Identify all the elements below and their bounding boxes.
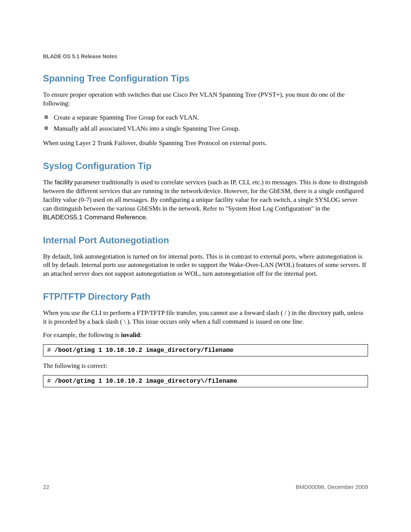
command-text: /boot/gtimg 1 10.10.10.2 image_directory…: [54, 347, 233, 354]
invalid-word: invalid: [121, 331, 140, 339]
ftp-invalid-label: For example, the following is invalid:: [43, 331, 368, 340]
page-container: BLADE OS 5.1 Release Notes Spanning Tree…: [0, 0, 411, 532]
text: .: [146, 214, 147, 221]
spanning-bullets: Create a separate Spanning Tree Group fo…: [43, 113, 368, 134]
text: :: [140, 331, 142, 339]
page-number: 22: [43, 484, 49, 490]
heading-ftp: FTP/TFTP Directory Path: [43, 291, 368, 302]
spanning-intro: To ensure proper operation with switches…: [43, 91, 368, 108]
syslog-paragraph: The facility parameter traditionally is …: [43, 178, 368, 222]
text: For example, the following is: [43, 331, 121, 339]
heading-autoneg: Internal Port Autonegotiation: [43, 235, 368, 246]
heading-syslog: Syslog Configuration Tip: [43, 161, 368, 171]
section-syslog: Syslog Configuration Tip The facility pa…: [43, 161, 368, 222]
text: parameter traditionally is used to corre…: [43, 179, 368, 212]
section-spanning-tree: Spanning Tree Configuration Tips To ensu…: [43, 73, 368, 148]
doc-id: BMD00098, December 2009: [296, 484, 368, 490]
command-text: /boot/gtimg 1 10.10.10.2 image_directory…: [54, 378, 237, 385]
page-footer: 22 BMD00098, December 2009: [43, 484, 368, 490]
ftp-paragraph-1: When you use the CLI to perform a FTP/TF…: [43, 309, 368, 326]
prompt: #: [47, 378, 54, 385]
spanning-outro: When using Layer 2 Trunk Failover, disab…: [43, 139, 368, 148]
section-ftp: FTP/TFTP Directory Path When you use the…: [43, 291, 368, 387]
command-reference: BLADEOS5.1 Command Reference: [43, 214, 146, 221]
code-example-correct: # /boot/gtimg 1 10.10.10.2 image_directo…: [43, 375, 368, 387]
list-item: Manually add all associated VLANs into a…: [54, 124, 368, 134]
prompt: #: [47, 347, 54, 354]
code-example-invalid: # /boot/gtimg 1 10.10.10.2 image_directo…: [43, 344, 368, 356]
facility-term: facility: [55, 179, 73, 186]
ftp-correct-label: The following is correct:: [43, 362, 368, 371]
section-autoneg: Internal Port Autonegotiation By default…: [43, 235, 368, 279]
autoneg-paragraph: By default, link autonegotiation is turn…: [43, 252, 368, 279]
running-header: BLADE OS 5.1 Release Notes: [43, 53, 368, 59]
text: The: [43, 179, 55, 186]
list-item: Create a separate Spanning Tree Group fo…: [54, 113, 368, 123]
heading-spanning-tree: Spanning Tree Configuration Tips: [43, 73, 368, 84]
